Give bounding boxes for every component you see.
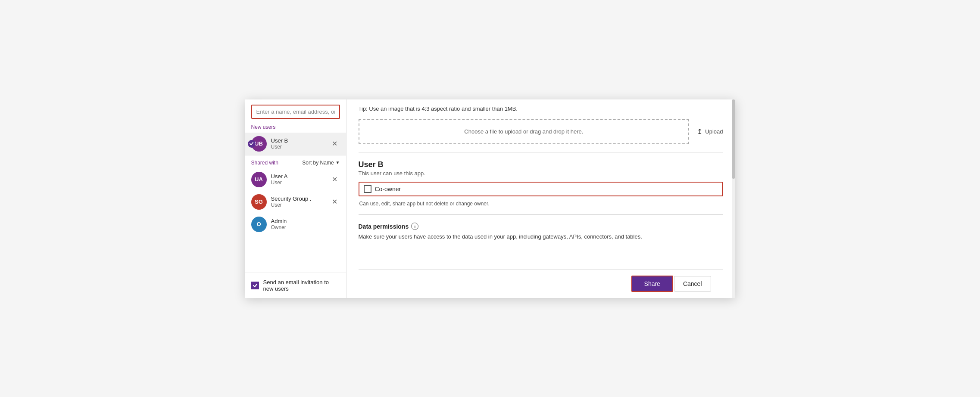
email-invite-label: Send an email invitation to new users (263, 279, 340, 292)
email-invite-row: Send an email invitation to new users (245, 273, 346, 298)
dialog-footer: Share Cancel (359, 269, 723, 298)
left-panel: New users UB User B User ✕ Shared with S… (245, 99, 346, 298)
cancel-button[interactable]: Cancel (674, 276, 711, 292)
upload-zone-row: Choose a file to upload or drag and drop… (359, 119, 723, 144)
user-a-avatar: UA (251, 172, 267, 187)
data-permissions-description: Make sure your users have access to the … (359, 233, 723, 241)
user-a-role: User (271, 180, 329, 186)
selected-user-name: User B (271, 137, 329, 144)
sort-label: Sort by Name (302, 160, 334, 166)
remove-sg-button[interactable]: ✕ (329, 198, 340, 206)
upload-arrow-icon: ↥ (697, 127, 702, 136)
sg-avatar: SG (251, 194, 267, 210)
remove-user-a-button[interactable]: ✕ (329, 175, 340, 184)
upload-button[interactable]: ↥ Upload (697, 127, 723, 136)
share-button[interactable]: Share (631, 276, 673, 292)
admin-avatar: O (251, 217, 267, 232)
new-users-label: New users (245, 122, 346, 133)
sg-name: Security Group . (271, 195, 329, 202)
sg-info: Security Group . User (271, 195, 329, 208)
scrollbar[interactable] (732, 99, 735, 298)
data-permissions-label: Data permissions (359, 223, 409, 230)
check-icon (248, 140, 256, 148)
sort-button[interactable]: Sort by Name ▼ (302, 160, 340, 166)
selected-user-role: User (271, 144, 329, 150)
scrollbar-thumb[interactable] (732, 99, 735, 179)
separator-line-1 (359, 152, 723, 152)
coowner-sub-text: Can use, edit, share app but not delete … (359, 201, 723, 207)
tip-text: Tip: Use an image that is 4:3 aspect rat… (359, 99, 723, 113)
right-panel: Tip: Use an image that is 4:3 aspect rat… (346, 99, 735, 298)
info-icon[interactable]: i (411, 223, 418, 230)
search-box-wrapper (245, 99, 346, 122)
coowner-checkbox[interactable] (364, 185, 371, 193)
user-b-title: User B (359, 160, 723, 169)
email-invite-checkbox[interactable] (251, 282, 259, 289)
user-b-description: This user can use this app. (359, 170, 723, 177)
upload-zone-text: Choose a file to upload or drag and drop… (464, 128, 583, 135)
shared-with-label: Shared with (251, 160, 278, 166)
shared-with-row: Shared with Sort by Name ▼ (245, 155, 346, 168)
selected-user-info: User B User (271, 137, 329, 150)
shared-user-item-ua[interactable]: UA User A User ✕ (245, 168, 346, 191)
coowner-checkbox-row[interactable]: Co-owner (359, 182, 723, 196)
user-a-info: User A User (271, 173, 329, 186)
coowner-label: Co-owner (375, 186, 401, 192)
remove-selected-user-button[interactable]: ✕ (329, 140, 340, 148)
shared-user-item-admin[interactable]: O Admin Owner (245, 213, 346, 236)
upload-zone[interactable]: Choose a file to upload or drag and drop… (359, 119, 690, 144)
shared-user-item-sg[interactable]: SG Security Group . User ✕ (245, 191, 346, 213)
data-permissions-title: Data permissions i (359, 223, 723, 230)
upload-label: Upload (705, 128, 723, 135)
share-dialog: New users UB User B User ✕ Shared with S… (245, 99, 735, 298)
chevron-down-icon: ▼ (336, 160, 340, 165)
admin-info: Admin Owner (271, 218, 340, 230)
separator-line-2 (359, 214, 723, 215)
right-panel-inner: Tip: Use an image that is 4:3 aspect rat… (359, 99, 723, 269)
admin-name: Admin (271, 218, 340, 224)
user-a-name: User A (271, 173, 329, 180)
admin-role: Owner (271, 224, 340, 230)
sg-role: User (271, 202, 329, 208)
search-input[interactable] (251, 105, 340, 119)
selected-user-item[interactable]: UB User B User ✕ (245, 133, 346, 155)
